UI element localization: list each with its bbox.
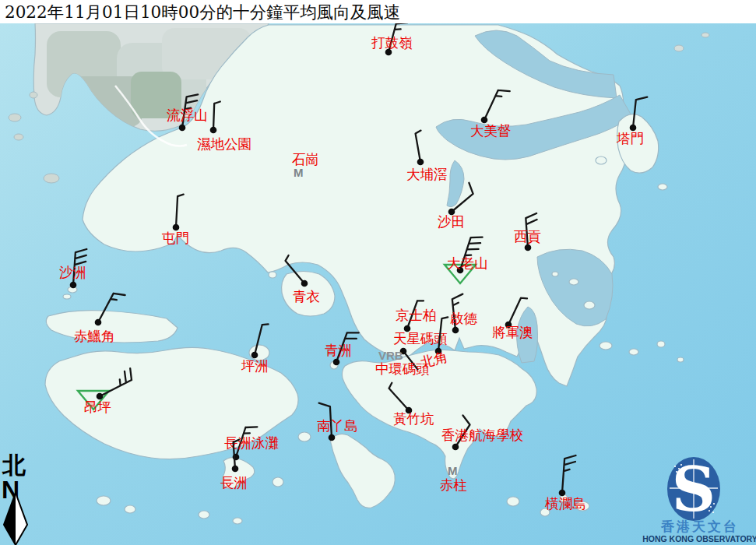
station-dot bbox=[251, 352, 258, 359]
station-label: 濕地公園 bbox=[197, 136, 251, 152]
station-label: 塔門 bbox=[616, 131, 644, 146]
station-label: 香港航海學校 bbox=[441, 427, 523, 443]
map-title: 2022年11月01日10時00分的十分鐘平均風向及風速 bbox=[5, 2, 400, 22]
station-dot bbox=[173, 224, 180, 231]
station-label: 大埔滘 bbox=[406, 167, 448, 182]
station-dot bbox=[452, 327, 459, 334]
station-label: 長洲 bbox=[220, 475, 248, 490]
station-label: 屯門 bbox=[162, 230, 189, 246]
station-label: 將軍澳 bbox=[492, 325, 533, 340]
station-dot bbox=[630, 125, 637, 132]
station-label: 昂坪 bbox=[84, 399, 111, 415]
station-dot bbox=[559, 490, 566, 497]
station-dot bbox=[179, 125, 186, 132]
missing-data-marker: M bbox=[448, 464, 458, 477]
station-label: 橫瀾島 bbox=[545, 496, 586, 512]
station-dot bbox=[232, 466, 239, 473]
logo-name-cn: 香港天文台 bbox=[660, 519, 739, 534]
station-label: 大老山 bbox=[447, 255, 488, 271]
station-label: 啟德 bbox=[450, 311, 478, 326]
station-dot bbox=[481, 117, 488, 124]
weather-wind-map: 打鼓嶺流浮山濕地公園M石崗大美督塔門大埔滘沙田西貢大老山屯門沙洲赤鱲角青衣青洲坪… bbox=[0, 0, 756, 545]
station-label: 赤鱲角 bbox=[74, 329, 115, 344]
station-label: 黃竹坑 bbox=[393, 411, 434, 427]
station-label: 赤柱 bbox=[440, 477, 467, 493]
station-dot bbox=[301, 280, 308, 287]
station-label: 長洲泳灘 bbox=[224, 435, 279, 451]
station-label: 南丫島 bbox=[317, 418, 358, 434]
station-dot bbox=[210, 127, 217, 134]
logo-s-glyph: S bbox=[672, 454, 716, 525]
station-dot bbox=[97, 393, 104, 400]
station-dot bbox=[452, 444, 459, 451]
station-dot bbox=[329, 434, 336, 441]
station-dot bbox=[525, 244, 532, 251]
missing-data-marker: M bbox=[294, 166, 304, 179]
station-dot bbox=[333, 359, 340, 366]
station-label: 打鼓嶺 bbox=[371, 35, 413, 51]
logo-name-en: HONG KONG OBSERVATORY bbox=[642, 534, 756, 543]
station-label: 坪洲 bbox=[241, 358, 269, 374]
title-bar: 2022年11月01日10時00分的十分鐘平均風向及風速 bbox=[0, 0, 756, 23]
station-label: 青洲 bbox=[325, 343, 352, 358]
station-label: 青衣 bbox=[293, 289, 320, 304]
map-canvas: 打鼓嶺流浮山濕地公園M石崗大美督塔門大埔滘沙田西貢大老山屯門沙洲赤鱲角青衣青洲坪… bbox=[0, 0, 756, 545]
variable-wind-marker: VRB bbox=[378, 349, 403, 362]
station-label: 西貢 bbox=[514, 229, 541, 244]
station-dot bbox=[417, 159, 424, 166]
station-label: 沙洲 bbox=[59, 265, 86, 280]
station-label: 大美督 bbox=[470, 123, 512, 139]
station-label: 京士柏 bbox=[396, 308, 437, 323]
station-label: 石崗 bbox=[292, 152, 319, 167]
station-dot bbox=[70, 282, 77, 289]
north-label-cn: 北 bbox=[2, 452, 26, 479]
station-label: 沙田 bbox=[438, 214, 465, 230]
station-dot bbox=[95, 319, 102, 326]
station-label: 流浮山 bbox=[167, 107, 208, 123]
